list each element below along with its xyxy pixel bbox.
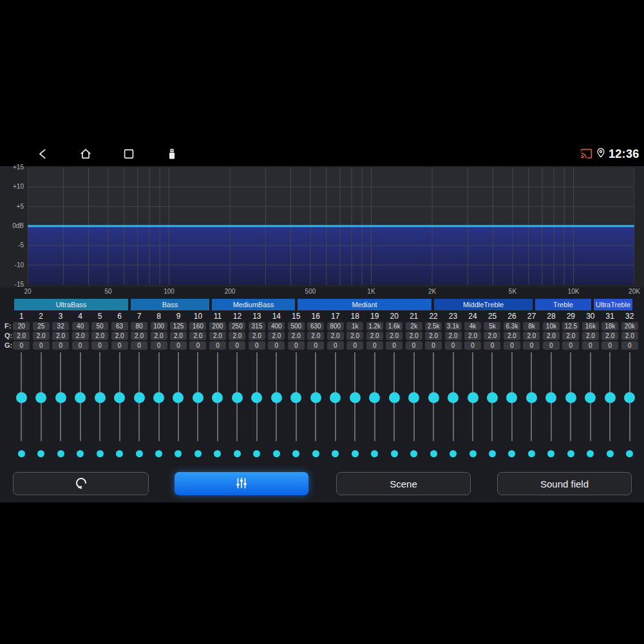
gain-slider[interactable] bbox=[51, 351, 70, 442]
channel-dot[interactable] bbox=[508, 450, 515, 457]
gain-value-chip[interactable]: 0 bbox=[33, 341, 50, 350]
q-value-chip[interactable]: 2.0 bbox=[131, 332, 147, 340]
slider-knob[interactable] bbox=[369, 392, 380, 403]
slider-knob[interactable] bbox=[153, 392, 164, 403]
gain-value-chip[interactable]: 0 bbox=[327, 341, 344, 350]
slider-knob[interactable] bbox=[114, 392, 125, 403]
freq-value-chip[interactable]: 1.2k bbox=[366, 322, 383, 330]
freq-value-chip[interactable]: 315 bbox=[249, 322, 265, 330]
freq-value-chip[interactable]: 200 bbox=[209, 322, 226, 330]
gain-value-chip[interactable]: 0 bbox=[562, 341, 579, 350]
gain-slider[interactable] bbox=[404, 351, 423, 442]
q-value-chip[interactable]: 2.0 bbox=[523, 332, 540, 340]
freq-value-chip[interactable]: 500 bbox=[288, 322, 305, 330]
gain-value-chip[interactable]: 0 bbox=[170, 341, 187, 350]
channel-dot[interactable] bbox=[430, 450, 437, 457]
gain-value-chip[interactable]: 0 bbox=[131, 341, 147, 350]
slider-knob[interactable] bbox=[526, 392, 537, 403]
channel-dot[interactable] bbox=[332, 450, 339, 457]
slider-knob[interactable] bbox=[506, 392, 517, 403]
q-value-chip[interactable]: 2.0 bbox=[189, 332, 206, 340]
slider-knob[interactable] bbox=[16, 392, 27, 403]
band-group-ultrabass[interactable]: UltraBass bbox=[14, 299, 128, 310]
gain-value-chip[interactable]: 0 bbox=[346, 341, 363, 350]
gain-value-chip[interactable]: 0 bbox=[111, 341, 128, 350]
slider-knob[interactable] bbox=[193, 392, 204, 403]
slider-knob[interactable] bbox=[389, 392, 400, 403]
freq-value-chip[interactable]: 5k bbox=[484, 322, 500, 330]
freq-value-chip[interactable]: 630 bbox=[307, 322, 324, 330]
freq-value-chip[interactable]: 10k bbox=[543, 322, 560, 330]
freq-value-chip[interactable]: 250 bbox=[229, 322, 245, 330]
slider-knob[interactable] bbox=[565, 392, 576, 403]
gain-value-chip[interactable]: 0 bbox=[366, 341, 383, 350]
q-value-chip[interactable]: 2.0 bbox=[72, 332, 89, 340]
band-group-treble[interactable]: Treble bbox=[535, 299, 591, 310]
gain-slider[interactable] bbox=[188, 351, 207, 442]
gain-value-chip[interactable]: 0 bbox=[268, 341, 285, 350]
channel-dot[interactable] bbox=[253, 450, 260, 457]
channel-dot[interactable] bbox=[371, 450, 378, 457]
gain-slider[interactable] bbox=[169, 351, 188, 442]
gain-slider[interactable] bbox=[287, 351, 306, 442]
channel-dot[interactable] bbox=[410, 450, 417, 457]
channel-dot[interactable] bbox=[234, 450, 241, 457]
channel-dot[interactable] bbox=[607, 450, 614, 457]
channel-dot[interactable] bbox=[528, 450, 535, 457]
slider-knob[interactable] bbox=[605, 392, 616, 403]
gain-slider[interactable] bbox=[70, 351, 90, 442]
channel-dot[interactable] bbox=[57, 450, 64, 457]
gain-slider[interactable] bbox=[129, 351, 149, 442]
channel-dot[interactable] bbox=[37, 450, 44, 457]
channel-dot[interactable] bbox=[136, 450, 143, 457]
gain-value-chip[interactable]: 0 bbox=[288, 341, 305, 350]
gain-slider[interactable] bbox=[247, 351, 267, 442]
channel-dot[interactable] bbox=[175, 450, 182, 457]
gain-value-chip[interactable]: 0 bbox=[229, 341, 245, 350]
gain-value-chip[interactable]: 0 bbox=[504, 341, 520, 350]
channel-dot[interactable] bbox=[469, 450, 477, 457]
gain-value-chip[interactable]: 0 bbox=[13, 341, 30, 350]
slider-knob[interactable] bbox=[468, 392, 478, 403]
channel-dot[interactable] bbox=[18, 450, 25, 457]
gain-value-chip[interactable]: 0 bbox=[52, 341, 69, 350]
slider-knob[interactable] bbox=[310, 392, 321, 403]
channel-dot[interactable] bbox=[587, 450, 594, 457]
freq-value-chip[interactable]: 2.5k bbox=[425, 322, 442, 330]
gain-value-chip[interactable]: 0 bbox=[543, 341, 560, 350]
channel-dot[interactable] bbox=[312, 450, 319, 457]
gain-slider[interactable] bbox=[522, 351, 541, 442]
gain-slider[interactable] bbox=[345, 351, 365, 442]
gain-slider[interactable] bbox=[306, 351, 325, 442]
gain-value-chip[interactable]: 0 bbox=[386, 341, 402, 350]
channel-dot[interactable] bbox=[489, 450, 496, 457]
band-group-middletreble[interactable]: MiddleTreble bbox=[434, 299, 533, 310]
home-button[interactable] bbox=[79, 147, 93, 161]
reset-button[interactable] bbox=[13, 472, 149, 495]
recents-button[interactable] bbox=[122, 147, 136, 161]
freq-value-chip[interactable]: 20k bbox=[621, 322, 638, 330]
gain-slider[interactable] bbox=[482, 351, 502, 442]
gain-value-chip[interactable]: 0 bbox=[249, 341, 265, 350]
freq-value-chip[interactable]: 32 bbox=[52, 322, 69, 330]
equalizer-tab-button[interactable] bbox=[175, 472, 308, 495]
q-value-chip[interactable]: 2.0 bbox=[209, 332, 226, 340]
q-value-chip[interactable]: 2.0 bbox=[601, 332, 618, 340]
gain-slider[interactable] bbox=[620, 351, 639, 442]
q-value-chip[interactable]: 2.0 bbox=[406, 332, 422, 340]
gain-slider[interactable] bbox=[561, 351, 580, 442]
slider-knob[interactable] bbox=[95, 392, 106, 403]
slider-knob[interactable] bbox=[428, 392, 439, 403]
slider-knob[interactable] bbox=[134, 392, 145, 403]
gain-slider[interactable] bbox=[12, 351, 31, 442]
q-value-chip[interactable]: 2.0 bbox=[562, 332, 579, 340]
q-value-chip[interactable]: 2.0 bbox=[33, 332, 50, 340]
q-value-chip[interactable]: 2.0 bbox=[366, 332, 383, 340]
gain-slider[interactable] bbox=[463, 351, 482, 442]
slider-knob[interactable] bbox=[545, 392, 556, 403]
scene-button[interactable]: Scene bbox=[336, 472, 471, 495]
gain-slider[interactable] bbox=[208, 351, 227, 442]
channel-dot[interactable] bbox=[214, 450, 221, 457]
channel-dot[interactable] bbox=[97, 450, 104, 457]
q-value-chip[interactable]: 2.0 bbox=[386, 332, 402, 340]
